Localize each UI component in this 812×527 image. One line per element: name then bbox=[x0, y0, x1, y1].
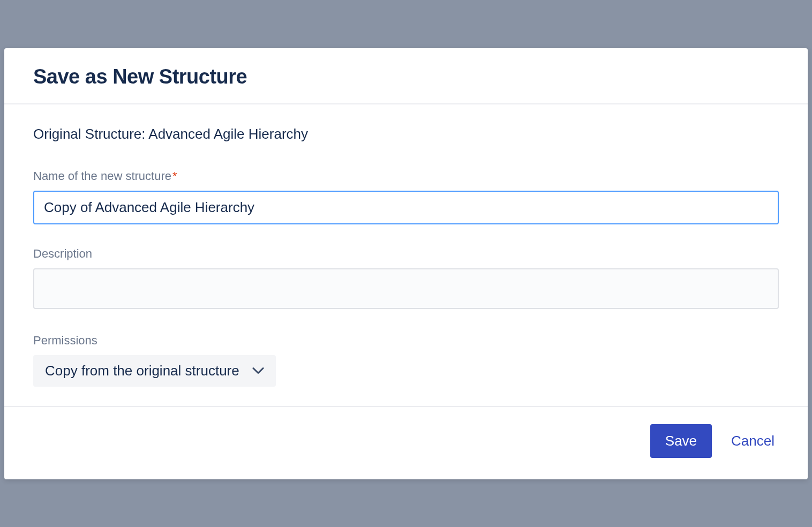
name-field-label: Name of the new structure* bbox=[33, 169, 779, 183]
description-input[interactable] bbox=[33, 268, 779, 309]
name-field-group: Name of the new structure* bbox=[33, 169, 779, 224]
dialog-footer: Save Cancel bbox=[4, 406, 808, 479]
description-field-group: Description bbox=[33, 247, 779, 311]
permissions-select[interactable]: Copy from the original structure bbox=[33, 355, 276, 387]
description-field-label: Description bbox=[33, 247, 779, 261]
save-button[interactable]: Save bbox=[650, 424, 712, 458]
name-input[interactable] bbox=[33, 191, 779, 224]
dialog-header: Save as New Structure bbox=[4, 48, 808, 104]
permissions-field-label: Permissions bbox=[33, 334, 779, 348]
original-structure-label: Original Structure: Advanced Agile Hiera… bbox=[33, 126, 779, 142]
name-label-text: Name of the new structure bbox=[33, 169, 171, 183]
permissions-select-value: Copy from the original structure bbox=[45, 363, 239, 379]
dialog-body: Original Structure: Advanced Agile Hiera… bbox=[4, 104, 808, 406]
dialog-title: Save as New Structure bbox=[33, 65, 779, 88]
cancel-button[interactable]: Cancel bbox=[727, 424, 779, 458]
save-as-new-structure-dialog: Save as New Structure Original Structure… bbox=[4, 48, 808, 479]
required-asterisk: * bbox=[172, 169, 177, 183]
chevron-down-icon bbox=[252, 365, 264, 377]
permissions-field-group: Permissions Copy from the original struc… bbox=[33, 334, 779, 387]
